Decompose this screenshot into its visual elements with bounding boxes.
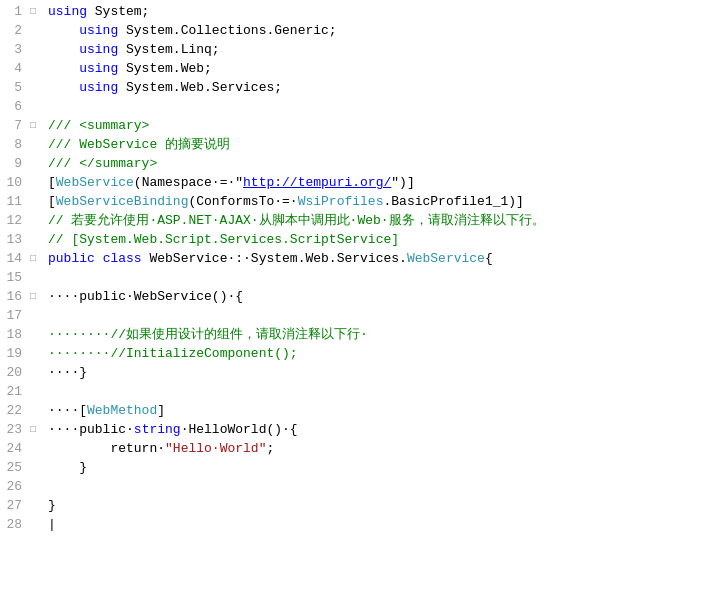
code-segment: public — [48, 251, 95, 266]
line-content: ········//如果使用设计的组件，请取消注释以下行· — [44, 325, 704, 344]
code-segment: [ — [48, 194, 56, 209]
code-line: 27} — [0, 496, 704, 515]
code-line: 13// [System.Web.Script.Services.ScriptS… — [0, 230, 704, 249]
line-number: 8 — [0, 135, 30, 154]
code-segment: /// WebService 的摘要说明 — [48, 137, 230, 152]
code-segment — [95, 251, 103, 266]
code-segment: ········//如果使用设计的组件，请取消注释以下行· — [48, 327, 368, 342]
code-segment: (Namespace·=·" — [134, 175, 243, 190]
code-segment: WebService·:·System.Web.Services. — [142, 251, 407, 266]
line-content: /// </summary> — [44, 154, 704, 173]
line-content: // 若要允许使用·ASP.NET·AJAX·从脚本中调用此·Web·服务，请取… — [44, 211, 704, 230]
code-segment: http://tempuri.org/ — [243, 175, 391, 190]
code-segment: ········//InitializeComponent(); — [48, 346, 298, 361]
code-line: 3 using System.Linq; — [0, 40, 704, 59]
line-number: 20 — [0, 363, 30, 382]
code-segment: (ConformsTo·=· — [188, 194, 297, 209]
line-number: 24 — [0, 439, 30, 458]
line-number: 22 — [0, 401, 30, 420]
code-line: 8/// WebService 的摘要说明 — [0, 135, 704, 154]
code-line: 24 return·"Hello·World"; — [0, 439, 704, 458]
code-line: 17 — [0, 306, 704, 325]
code-line: 7□/// <summary> — [0, 116, 704, 135]
line-content: } — [44, 458, 704, 477]
line-number: 2 — [0, 21, 30, 40]
code-line: 15 — [0, 268, 704, 287]
code-segment: System.Linq; — [118, 42, 219, 57]
line-content: ····public·string·HelloWorld()·{ — [44, 420, 704, 439]
code-segment: /// </summary> — [48, 156, 157, 171]
line-content: [WebService(Namespace·=·"http://tempuri.… — [44, 173, 704, 192]
line-content: // [System.Web.Script.Services.ScriptSer… — [44, 230, 704, 249]
line-number: 14 — [0, 249, 30, 268]
code-segment: "Hello·World" — [165, 441, 266, 456]
line-content: ····public·WebService()·{ — [44, 287, 704, 306]
line-content: using System.Linq; — [44, 40, 704, 59]
code-line: 4 using System.Web; — [0, 59, 704, 78]
line-number: 26 — [0, 477, 30, 496]
collapse-icon[interactable]: □ — [30, 116, 42, 135]
line-content: /// WebService 的摘要说明 — [44, 135, 704, 154]
code-segment: /// <summary> — [48, 118, 149, 133]
line-content: public class WebService·:·System.Web.Ser… — [44, 249, 704, 268]
code-line: 20····} — [0, 363, 704, 382]
code-segment: ] — [157, 403, 165, 418]
code-segment: string — [134, 422, 181, 437]
line-number: 4 — [0, 59, 30, 78]
line-content — [44, 477, 704, 496]
line-number: 19 — [0, 344, 30, 363]
code-line: 19········//InitializeComponent(); — [0, 344, 704, 363]
code-line: 22····[WebMethod] — [0, 401, 704, 420]
line-number: 18 — [0, 325, 30, 344]
code-line: 6 — [0, 97, 704, 116]
line-content: return·"Hello·World"; — [44, 439, 704, 458]
code-line: 21 — [0, 382, 704, 401]
code-segment: | — [48, 517, 56, 532]
line-number: 6 — [0, 97, 30, 116]
line-content: /// <summary> — [44, 116, 704, 135]
line-number: 16 — [0, 287, 30, 306]
code-line: 2 using System.Collections.Generic; — [0, 21, 704, 40]
code-line: 28| — [0, 515, 704, 534]
code-segment: using — [48, 4, 87, 19]
code-segment: // 若要允许使用·ASP.NET·AJAX·从脚本中调用此·Web·服务，请取… — [48, 213, 545, 228]
code-lines: 1□using System;2 using System.Collection… — [0, 0, 704, 536]
code-segment: ····[ — [48, 403, 87, 418]
code-editor: 1□using System;2 using System.Collection… — [0, 0, 704, 598]
collapse-icon[interactable]: □ — [30, 287, 42, 306]
line-content: using System.Web; — [44, 59, 704, 78]
line-number: 23 — [0, 420, 30, 439]
line-number: 13 — [0, 230, 30, 249]
code-line: 11[WebServiceBinding(ConformsTo·=·WsiPro… — [0, 192, 704, 211]
code-segment: WebMethod — [87, 403, 157, 418]
collapse-icon[interactable]: □ — [30, 420, 42, 439]
line-number: 9 — [0, 154, 30, 173]
line-number: 11 — [0, 192, 30, 211]
collapse-icon[interactable]: □ — [30, 249, 42, 268]
line-number: 27 — [0, 496, 30, 515]
line-number: 25 — [0, 458, 30, 477]
code-line: 10[WebService(Namespace·=·"http://tempur… — [0, 173, 704, 192]
code-segment: .BasicProfile1_1)] — [383, 194, 523, 209]
line-number: 7 — [0, 116, 30, 135]
collapse-icon[interactable]: □ — [30, 2, 42, 21]
code-segment: WebService — [407, 251, 485, 266]
code-segment: System.Web; — [118, 61, 212, 76]
line-content: using System.Collections.Generic; — [44, 21, 704, 40]
line-number: 3 — [0, 40, 30, 59]
code-segment: ")] — [391, 175, 414, 190]
code-segment: WsiProfiles — [298, 194, 384, 209]
line-content: ········//InitializeComponent(); — [44, 344, 704, 363]
code-segment: ·HelloWorld()·{ — [181, 422, 298, 437]
code-segment: WebServiceBinding — [56, 194, 189, 209]
line-content: } — [44, 496, 704, 515]
line-number: 21 — [0, 382, 30, 401]
code-segment: } — [48, 460, 87, 475]
code-segment: using — [48, 23, 118, 38]
code-segment: { — [485, 251, 493, 266]
code-line: 14□public class WebService·:·System.Web.… — [0, 249, 704, 268]
code-segment: WebService — [56, 175, 134, 190]
line-content: | — [44, 515, 704, 534]
code-segment: ····public·WebService()·{ — [48, 289, 243, 304]
code-line: 23□····public·string·HelloWorld()·{ — [0, 420, 704, 439]
